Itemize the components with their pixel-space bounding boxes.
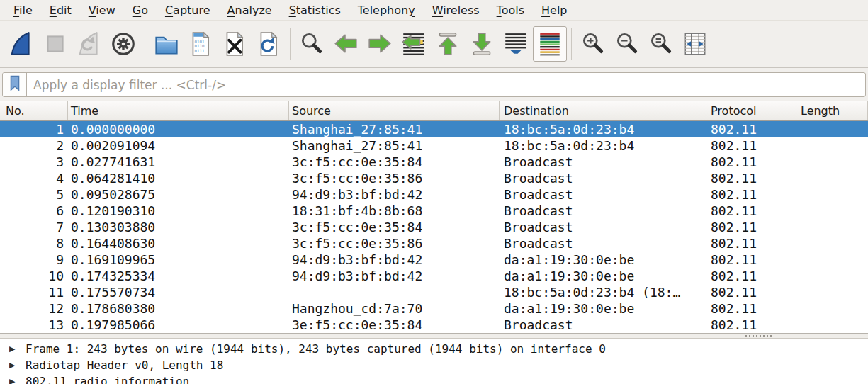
expand-arrow-icon[interactable]: ▶	[9, 377, 26, 384]
cell-protocol: 802.11	[706, 317, 796, 332]
packet-row[interactable]: 20.002091094Shanghai_27:85:4118:bc:5a:0d…	[0, 137, 868, 154]
menu-tools[interactable]: Tools	[488, 2, 533, 18]
cell-no: 6	[0, 203, 68, 218]
packet-row[interactable]: 110.17557073418:bc:5a:0d:23:b4 (18:…802.…	[0, 284, 868, 300]
packet-row[interactable]: 120.178680380Hangzhou_cd:7a:70da:a1:19:3…	[0, 300, 868, 317]
reload-file-icon	[255, 30, 282, 57]
auto-scroll-button[interactable]	[499, 26, 533, 62]
go-first-packet-button[interactable]	[431, 26, 465, 62]
detail-row-text: Radiotap Header v0, Length 18	[26, 358, 223, 372]
display-filter-input[interactable]	[27, 73, 865, 96]
splitter-grip-icon	[745, 335, 772, 337]
close-file-button[interactable]	[218, 26, 252, 62]
column-header-source[interactable]: Source	[289, 101, 500, 120]
packet-row[interactable]: 10.000000000Shanghai_27:85:4118:bc:5a:0d…	[0, 121, 868, 137]
cell-source: Hangzhou_cd:7a:70	[289, 301, 500, 316]
detail-row-text: 802.11 radio information	[26, 375, 189, 384]
shark-fin-icon	[8, 30, 35, 57]
detail-row[interactable]: ▶Radiotap Header v0, Length 18	[0, 357, 868, 373]
cell-time: 0.000000000	[68, 122, 289, 137]
packet-row[interactable]: 60.12019031018:31:bf:4b:8b:68Broadcast80…	[0, 203, 868, 219]
expand-arrow-icon[interactable]: ▶	[9, 361, 26, 370]
zoom-out-icon	[614, 30, 641, 57]
menu-file[interactable]: File	[5, 2, 41, 18]
menu-telephony[interactable]: Telephony	[349, 2, 424, 18]
cell-destination: Broadcast	[500, 236, 706, 251]
menu-capture[interactable]: Capture	[157, 2, 219, 18]
go-back-button[interactable]	[329, 26, 363, 62]
main-toolbar: 010101100111	[0, 21, 868, 68]
save-file-icon: 010101100111	[187, 30, 214, 57]
find-packet-button[interactable]	[295, 26, 329, 62]
cell-source: Shanghai_27:85:41	[289, 122, 500, 137]
zoom-reset-button[interactable]	[644, 26, 678, 62]
column-header-destination[interactable]: Destination	[500, 101, 706, 120]
arrow-top-icon	[434, 30, 461, 57]
expand-arrow-icon[interactable]: ▶	[9, 344, 26, 354]
filter-bookmark-button[interactable]	[3, 73, 27, 96]
save-file-button[interactable]: 010101100111	[184, 26, 218, 62]
cell-time: 0.002091094	[68, 138, 289, 153]
cell-destination: Broadcast	[500, 187, 706, 202]
menu-edit[interactable]: Edit	[41, 2, 80, 18]
cell-destination: Broadcast	[500, 220, 706, 235]
detail-row-text: Frame 1: 243 bytes on wire (1944 bits), …	[26, 342, 606, 356]
menu-help[interactable]: Help	[533, 2, 575, 18]
cell-destination: 18:bc:5a:0d:23:b4 (18:…	[500, 285, 706, 300]
resize-columns-button[interactable]	[678, 26, 712, 62]
restart-capture-button	[72, 26, 106, 62]
cell-source: 94:d9:b3:bf:bd:42	[289, 187, 500, 202]
packet-row[interactable]: 70.1303038803c:f5:cc:0e:35:84Broadcast80…	[0, 219, 868, 235]
packet-details-pane: ▶Frame 1: 243 bytes on wire (1944 bits),…	[0, 339, 868, 384]
column-header-no[interactable]: No.	[0, 101, 68, 120]
go-forward-button[interactable]	[363, 26, 397, 62]
detail-row[interactable]: ▶802.11 radio information	[0, 373, 868, 384]
reload-file-button[interactable]	[252, 26, 286, 62]
arrow-jump-icon	[400, 30, 427, 57]
cell-protocol: 802.11	[706, 252, 796, 267]
cell-source: 3c:f5:cc:0e:35:86	[289, 171, 500, 186]
cell-time: 0.169109965	[68, 252, 289, 267]
menu-go[interactable]: Go	[124, 2, 157, 18]
go-to-packet-button[interactable]	[397, 26, 431, 62]
packet-row[interactable]: 30.0277416313c:f5:cc:0e:35:84Broadcast80…	[0, 154, 868, 170]
start-capture-button[interactable]	[4, 26, 38, 62]
packet-list-rows: 10.000000000Shanghai_27:85:4118:bc:5a:0d…	[0, 121, 868, 333]
svg-text:0111: 0111	[195, 49, 205, 53]
cell-source: 3c:f5:cc:0e:35:84	[289, 220, 500, 235]
packet-row[interactable]: 100.17432533494:d9:b3:bf:bd:42da:a1:19:3…	[0, 268, 868, 284]
stop-square-icon	[42, 30, 69, 57]
packet-list-header: No.TimeSourceDestinationProtocolLength	[0, 101, 868, 121]
column-header-length[interactable]: Length	[796, 101, 868, 120]
cell-time: 0.064281410	[68, 171, 289, 186]
cell-no: 1	[0, 122, 68, 137]
colorize-icon	[536, 30, 563, 57]
cell-time: 0.120190310	[68, 203, 289, 218]
column-header-time[interactable]: Time	[68, 101, 289, 120]
menu-analyze[interactable]: Analyze	[219, 2, 281, 18]
menu-wireless[interactable]: Wireless	[424, 2, 488, 18]
colorize-button[interactable]	[533, 26, 567, 62]
zoom-out-button[interactable]	[610, 26, 644, 62]
packet-row[interactable]: 90.16910996594:d9:b3:bf:bd:42da:a1:19:30…	[0, 252, 868, 268]
detail-row[interactable]: ▶Frame 1: 243 bytes on wire (1944 bits),…	[0, 341, 868, 357]
go-last-packet-button[interactable]	[465, 26, 499, 62]
cell-no: 4	[0, 171, 68, 186]
capture-options-button[interactable]	[106, 26, 140, 62]
pane-splitter[interactable]	[0, 333, 868, 339]
cell-no: 8	[0, 236, 68, 251]
cell-destination: Broadcast	[500, 317, 706, 332]
column-header-protocol[interactable]: Protocol	[706, 101, 796, 120]
open-file-button[interactable]	[150, 26, 184, 62]
cell-no: 13	[0, 317, 68, 332]
menu-view[interactable]: View	[80, 2, 124, 18]
cell-time: 0.175570734	[68, 285, 289, 300]
cell-destination: 18:bc:5a:0d:23:b4	[500, 122, 706, 137]
packet-row[interactable]: 80.1644086303c:f5:cc:0e:35:86Broadcast80…	[0, 235, 868, 252]
packet-row[interactable]: 50.09502867594:d9:b3:bf:bd:42Broadcast80…	[0, 186, 868, 203]
packet-row[interactable]: 130.1979850663e:f5:cc:0e:35:84Broadcast8…	[0, 317, 868, 333]
menu-statistics[interactable]: Statistics	[281, 2, 349, 18]
packet-row[interactable]: 40.0642814103c:f5:cc:0e:35:86Broadcast80…	[0, 170, 868, 186]
cell-time: 0.174325334	[68, 269, 289, 283]
zoom-in-button[interactable]	[576, 26, 610, 62]
